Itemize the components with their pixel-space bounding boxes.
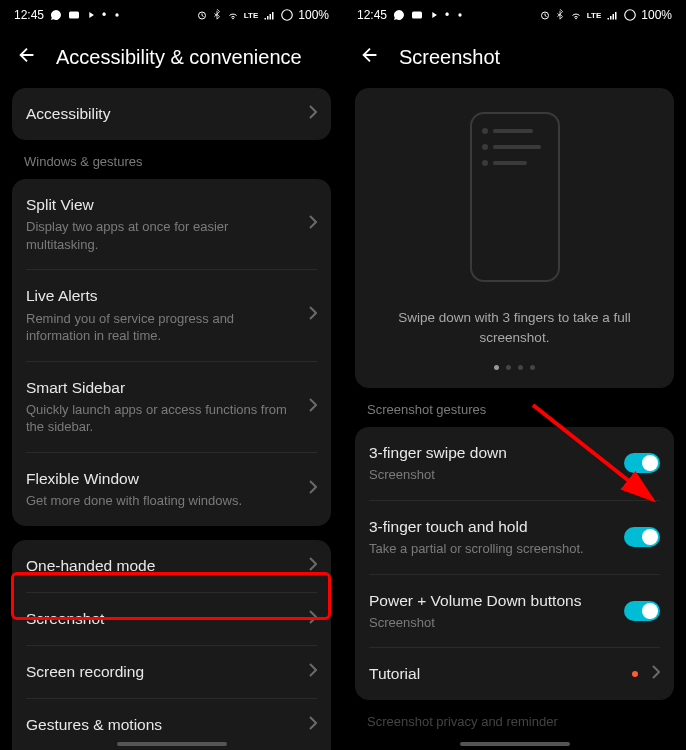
row-swipe-down[interactable]: 3-finger swipe down Screenshot — [355, 427, 674, 500]
phone-right: 12:45 • LTE 100% Screenshot Swipe — [343, 0, 686, 750]
misc-icon — [112, 10, 122, 20]
wifi-icon — [569, 9, 583, 21]
signal-icon — [262, 9, 276, 21]
row-title: Flexible Window — [26, 469, 301, 489]
battery-text: 100% — [641, 8, 672, 22]
row-sub: Take a partial or scrolling screenshot. — [369, 540, 616, 558]
row-title: Live Alerts — [26, 286, 301, 306]
chevron-right-icon — [652, 665, 660, 683]
illustration-card[interactable]: Swipe down with 3 fingers to take a full… — [355, 88, 674, 388]
section-more: One-handed mode Screenshot Screen record… — [12, 540, 331, 750]
chevron-right-icon — [309, 105, 317, 123]
row-smart-sidebar[interactable]: Smart Sidebar Quickly launch apps or acc… — [12, 362, 331, 452]
misc-icon — [455, 10, 465, 20]
whatsapp-icon — [50, 9, 62, 21]
row-title: 3-finger swipe down — [369, 443, 616, 463]
row-one-handed[interactable]: One-handed mode — [12, 540, 331, 592]
back-icon[interactable] — [16, 44, 38, 70]
row-sub: Remind you of service progress and infor… — [26, 310, 301, 345]
battery-icon — [623, 8, 637, 22]
row-title: Split View — [26, 195, 301, 215]
toggle-power-volume[interactable] — [624, 601, 660, 621]
toggle-touch-hold[interactable] — [624, 527, 660, 547]
section-accessibility: Accessibility — [12, 88, 331, 140]
row-title: Power + Volume Down buttons — [369, 591, 616, 611]
svg-rect-0 — [69, 12, 79, 19]
chevron-right-icon — [309, 610, 317, 628]
row-accessibility[interactable]: Accessibility — [12, 88, 331, 140]
wifi-icon — [226, 9, 240, 21]
dot — [506, 365, 511, 370]
section-label-gestures: Screenshot gestures — [343, 388, 686, 427]
battery-icon — [280, 8, 294, 22]
svg-point-3 — [282, 10, 293, 21]
svg-rect-4 — [412, 12, 422, 19]
illustration-caption: Swipe down with 3 fingers to take a full… — [373, 308, 656, 347]
section-gestures: 3-finger swipe down Screenshot 3-finger … — [355, 427, 674, 700]
phone-illustration-icon — [470, 112, 560, 282]
row-title: Tutorial — [369, 664, 632, 684]
row-title: Screen recording — [26, 662, 301, 682]
dot — [530, 365, 535, 370]
row-live-alerts[interactable]: Live Alerts Remind you of service progre… — [12, 270, 331, 360]
row-power-volume[interactable]: Power + Volume Down buttons Screenshot — [355, 575, 674, 648]
row-title: Accessibility — [26, 104, 301, 124]
svg-point-1 — [116, 13, 119, 16]
row-screenshot[interactable]: Screenshot — [12, 593, 331, 645]
dot — [518, 365, 523, 370]
chevron-right-icon — [309, 398, 317, 416]
row-title: 3-finger touch and hold — [369, 517, 616, 537]
row-touch-hold[interactable]: 3-finger touch and hold Take a partial o… — [355, 501, 674, 574]
page-title: Screenshot — [399, 46, 500, 69]
whatsapp-icon — [393, 9, 405, 21]
svg-point-5 — [459, 13, 462, 16]
toggle-swipe-down[interactable] — [624, 453, 660, 473]
row-tutorial[interactable]: Tutorial — [355, 648, 674, 700]
row-title: Screenshot — [26, 609, 301, 629]
notification-dot-icon — [632, 671, 638, 677]
statusbar: 12:45 • LTE 100% — [343, 0, 686, 30]
battery-text: 100% — [298, 8, 329, 22]
chevron-right-icon — [309, 557, 317, 575]
gesture-handle[interactable] — [117, 742, 227, 746]
status-dot: • — [445, 8, 449, 22]
chevron-right-icon — [309, 716, 317, 734]
chevron-right-icon — [309, 306, 317, 324]
status-time: 12:45 — [357, 8, 387, 22]
row-flexible-window[interactable]: Flexible Window Get more done with float… — [12, 453, 331, 526]
row-split-view[interactable]: Split View Display two apps at once for … — [12, 179, 331, 269]
youtube-icon — [68, 9, 80, 21]
alarm-icon — [196, 9, 208, 21]
signal-icon — [605, 9, 619, 21]
section-label-privacy: Screenshot privacy and reminder — [343, 700, 686, 739]
volte-icon: LTE — [244, 11, 259, 20]
gesture-handle[interactable] — [460, 742, 570, 746]
row-sub: Screenshot — [369, 466, 616, 484]
youtube-icon — [411, 9, 423, 21]
page-title: Accessibility & convenience — [56, 46, 302, 69]
row-title: Smart Sidebar — [26, 378, 301, 398]
play-icon — [86, 10, 96, 20]
dot-active — [494, 365, 499, 370]
row-sub: Display two apps at once for easier mult… — [26, 218, 301, 253]
volte-icon: LTE — [587, 11, 602, 20]
chevron-right-icon — [309, 663, 317, 681]
row-screen-recording[interactable]: Screen recording — [12, 646, 331, 698]
chevron-right-icon — [309, 215, 317, 233]
row-sub: Get more done with floating windows. — [26, 492, 301, 510]
back-icon[interactable] — [359, 44, 381, 70]
section-windows: Split View Display two apps at once for … — [12, 179, 331, 525]
chevron-right-icon — [309, 480, 317, 498]
bluetooth-icon — [555, 9, 565, 21]
status-time: 12:45 — [14, 8, 44, 22]
phone-left: 12:45 • LTE 100% Accessibility & conveni… — [0, 0, 343, 750]
alarm-icon — [539, 9, 551, 21]
row-title: One-handed mode — [26, 556, 301, 576]
header: Accessibility & convenience — [0, 30, 343, 88]
status-dot: • — [102, 8, 106, 22]
svg-point-7 — [625, 10, 636, 21]
section-label-windows: Windows & gestures — [0, 140, 343, 179]
pager-dots — [494, 365, 535, 370]
header: Screenshot — [343, 30, 686, 88]
row-title: Gestures & motions — [26, 715, 301, 735]
